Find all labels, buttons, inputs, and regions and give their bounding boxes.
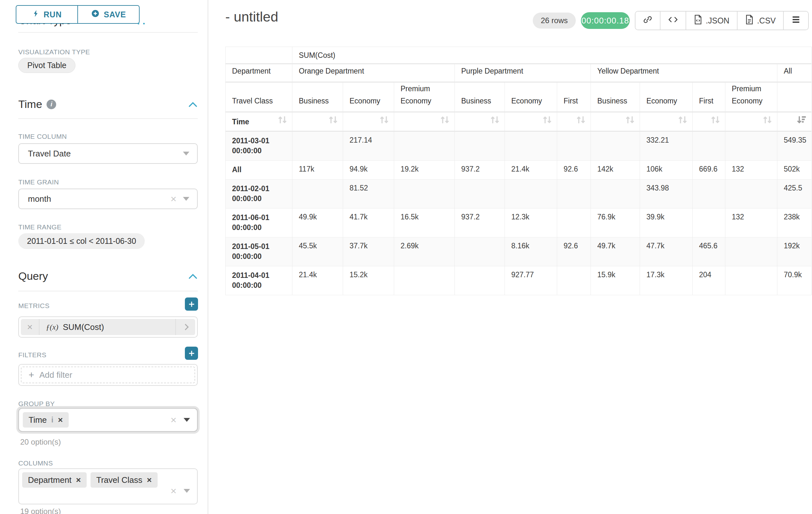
- pivot-value-cell: 117k: [292, 161, 343, 180]
- pivot-value-cell: [725, 131, 777, 161]
- embed-code-button[interactable]: [661, 11, 686, 30]
- download-csv-button[interactable]: .CSV: [737, 11, 784, 30]
- pivot-corner-cell: [226, 47, 292, 64]
- clear-icon[interactable]: ×: [170, 415, 176, 425]
- pivot-sort-header[interactable]: [505, 112, 557, 131]
- sort-icon[interactable]: [677, 115, 688, 128]
- group-by-select[interactable]: Time i × ×: [18, 408, 198, 432]
- save-button[interactable]: SAVE: [77, 5, 140, 24]
- pivot-value-cell: 12.3k: [505, 209, 557, 237]
- pivot-sort-header[interactable]: [343, 112, 394, 131]
- sort-icon[interactable]: [576, 115, 586, 128]
- sort-icon[interactable]: [328, 115, 338, 128]
- pivot-value-cell: 45.5k: [292, 237, 343, 266]
- pivot-sort-header[interactable]: [725, 112, 777, 131]
- pivot-sort-header[interactable]: [777, 112, 812, 131]
- group-by-options-count: 20 option(s): [20, 437, 61, 447]
- pivot-value-cell: 549.35: [777, 131, 812, 161]
- result-toolbar: 26 rows 00:00:00.18: [533, 11, 809, 30]
- visualization-type-pill[interactable]: Pivot Table: [18, 58, 76, 73]
- pivot-sort-header[interactable]: [640, 112, 693, 131]
- pivot-value-cell: [455, 266, 505, 295]
- sort-icon[interactable]: [762, 115, 773, 128]
- pivot-value-cell: 343.98: [640, 180, 693, 209]
- remove-tag-icon[interactable]: ×: [147, 476, 152, 484]
- sort-icon[interactable]: [490, 115, 500, 128]
- pivot-sort-header[interactable]: [292, 112, 343, 131]
- section-divider: [18, 118, 198, 119]
- time-range-pill[interactable]: 2011-01-01 ≤ col < 2011-06-30: [18, 233, 145, 249]
- sort-descending-icon[interactable]: [796, 115, 807, 128]
- more-options-menu-button[interactable]: [784, 11, 808, 30]
- clear-icon[interactable]: ×: [170, 194, 176, 204]
- chart-title[interactable]: - untitled: [225, 9, 278, 25]
- metric-item: × ƒ(x) SUM(Cost): [18, 317, 198, 337]
- pivot-sort-header[interactable]: [693, 112, 725, 131]
- tag-label: Department: [28, 475, 71, 485]
- pivot-value-cell: [725, 237, 777, 266]
- add-filter-button[interactable]: + Add filter: [21, 367, 195, 383]
- pivot-value-cell: [394, 266, 455, 295]
- info-icon: i: [51, 415, 54, 424]
- sort-icon[interactable]: [625, 115, 635, 128]
- pivot-value-cell: 937.2: [455, 209, 505, 237]
- sort-icon[interactable]: [710, 115, 721, 128]
- sort-icon[interactable]: [379, 115, 389, 128]
- add-filter-plus-button[interactable]: [185, 347, 198, 360]
- sort-icon[interactable]: [277, 115, 288, 128]
- clear-icon[interactable]: ×: [170, 486, 176, 496]
- time-grain-value: month: [28, 194, 51, 204]
- chevron-up-icon[interactable]: [188, 270, 198, 282]
- pivot-time-axis-label[interactable]: Time: [226, 112, 292, 131]
- group-by-label: GROUP BY: [18, 400, 55, 408]
- pivot-value-cell: 2.69k: [394, 237, 455, 266]
- time-section-header[interactable]: Time i: [18, 98, 198, 110]
- run-save-button-group: RUN SAVE: [16, 5, 140, 24]
- sort-icon[interactable]: [542, 115, 552, 128]
- expand-metric-control[interactable]: [175, 319, 195, 335]
- pivot-data-row: 2011-04-01 00:00:0021.4k15.2k927.7715.9k…: [226, 266, 812, 295]
- chevron-down-icon: [183, 152, 190, 156]
- pivot-value-cell: [292, 131, 343, 161]
- add-filter-label: Add filter: [39, 370, 72, 380]
- filters-container: + Add filter: [18, 364, 198, 386]
- query-section-header[interactable]: Query: [18, 270, 198, 282]
- add-metric-button[interactable]: [185, 297, 198, 310]
- metric-pill[interactable]: × ƒ(x) SUM(Cost): [21, 319, 195, 335]
- pivot-travel-class-header: Business: [591, 82, 640, 112]
- sort-icon[interactable]: [440, 115, 450, 128]
- time-column-select[interactable]: Travel Date: [18, 143, 198, 164]
- control-panel-sidebar: Chart Type RUN SAVE VISUALIZATION TYPE P…: [0, 0, 208, 514]
- pivot-data-row: 2011-02-01 00:00:0081.52343.98425.5: [226, 180, 812, 209]
- save-button-label: SAVE: [104, 10, 126, 19]
- pivot-value-cell: 132: [725, 209, 777, 237]
- remove-tag-icon[interactable]: ×: [76, 476, 81, 484]
- pivot-value-cell: [455, 131, 505, 161]
- time-grain-select[interactable]: month ×: [18, 189, 198, 209]
- pivot-row-header: 2011-05-01 00:00:00: [226, 237, 292, 266]
- pivot-travel-class-header: Economy: [343, 82, 394, 112]
- metrics-label: METRICS: [18, 302, 50, 310]
- lightning-bolt-icon: [32, 9, 40, 20]
- pivot-travel-class-header: Economy: [505, 82, 557, 112]
- pivot-row-header: 2011-06-01 00:00:00: [226, 209, 292, 237]
- query-timer-badge: 00:00:00.18: [581, 12, 630, 29]
- pivot-data-row: 2011-03-01 00:00:00217.14332.21549.35: [226, 131, 812, 161]
- chevron-up-icon[interactable]: [188, 98, 198, 110]
- copy-link-button[interactable]: [636, 11, 661, 30]
- pivot-sort-header[interactable]: [394, 112, 455, 131]
- pivot-value-cell: 142k: [591, 161, 640, 180]
- run-button[interactable]: RUN: [16, 5, 78, 24]
- pivot-sort-header[interactable]: [591, 112, 640, 131]
- remove-tag-icon[interactable]: ×: [58, 416, 63, 424]
- row-count-badge: 26 rows: [533, 12, 576, 29]
- pivot-value-cell: 465.6: [693, 237, 725, 266]
- pivot-value-cell: 217.14: [343, 131, 394, 161]
- remove-metric-icon[interactable]: ×: [21, 319, 39, 335]
- pivot-value-cell: 937.2: [455, 161, 505, 180]
- pivot-sort-header[interactable]: [557, 112, 591, 131]
- pivot-value-cell: 70.9k: [777, 266, 812, 295]
- columns-select[interactable]: Department × Travel Class × ×: [18, 468, 198, 504]
- pivot-sort-header[interactable]: [455, 112, 505, 131]
- download-json-button[interactable]: .JSON: [686, 11, 737, 30]
